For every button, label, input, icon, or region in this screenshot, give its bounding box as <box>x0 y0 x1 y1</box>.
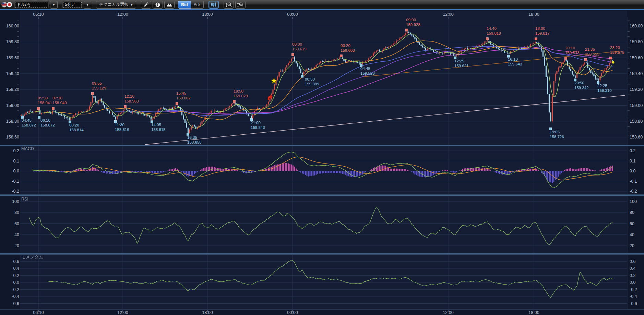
annotation-time: 22:25 <box>597 84 607 88</box>
indicator-axis-label: 80 <box>630 210 634 215</box>
chevron-down-icon: ▼ <box>130 3 133 7</box>
annotation-time: 15:45 <box>176 91 186 95</box>
ask-label: Ask <box>194 2 201 7</box>
bid-button[interactable]: Bid <box>178 1 191 9</box>
candle-style-icon <box>211 2 217 8</box>
annotation-price: 158.872 <box>40 123 55 127</box>
panel-splitter[interactable] <box>0 145 644 146</box>
indicator-axis-label: 20 <box>630 243 634 248</box>
annotation-time: 00:00 <box>292 42 302 46</box>
annotation-price: 158.843 <box>251 125 265 130</box>
time-axis-label-top: 12:00 <box>117 12 128 17</box>
annotation-price: 159.603 <box>341 48 355 52</box>
chart-area: 04:45158.87205:50158.94106:10158.87207:1… <box>0 0 644 315</box>
annotation-price: 159.619 <box>292 47 307 51</box>
currency-pair-dropdown-button[interactable]: ▼ <box>50 1 58 9</box>
momentum-panel-label: モメンタム <box>21 255 43 259</box>
annotation-time: 05:50 <box>38 96 48 100</box>
annotation-price: 158.815 <box>151 128 166 132</box>
annotation-marker <box>92 92 94 95</box>
indicator-axis-label: 60 <box>630 221 634 226</box>
technical-select-button[interactable]: テクニカル選択 ▼ <box>96 1 136 9</box>
draw-tool-button[interactable] <box>141 1 151 9</box>
indicator-axis-label: 0.4 <box>13 266 19 271</box>
price-axis-label-left: 159.20 <box>6 87 19 92</box>
annotation-marker <box>301 75 303 77</box>
annotation-price: 159.029 <box>234 94 248 98</box>
zoom-out-button[interactable] <box>224 1 234 9</box>
info-button[interactable] <box>153 1 163 9</box>
last-price-dot <box>612 61 615 64</box>
macd-panel-label: MACD <box>21 146 34 151</box>
chevron-down-icon: ▼ <box>86 3 89 7</box>
chart-canvas[interactable]: 04:45158.87205:50158.94106:10158.87207:1… <box>0 0 644 315</box>
price-axis-label-right: 159.20 <box>630 87 643 92</box>
price-axis-label-left: 159.60 <box>6 56 19 60</box>
pencil-icon <box>143 2 149 8</box>
annotation-marker <box>176 102 178 105</box>
indicator-axis-label: 100 <box>630 199 637 204</box>
panel-splitter[interactable] <box>0 253 644 255</box>
annotation-time: 04:45 <box>360 66 370 71</box>
indicator-axis-label: 0.2 <box>13 273 19 278</box>
toolbar: ドル/円 ▼ 5分足 ▼ テクニカル選択 ▼ Bid <box>0 0 644 10</box>
zoom-in-button[interactable] <box>235 1 246 9</box>
time-axis-label-top: 12:00 <box>443 12 453 17</box>
price-axis-label-right: 158.80 <box>630 119 643 124</box>
annotation-price: 159.928 <box>406 23 420 27</box>
background-layer <box>0 11 644 315</box>
annotation-price: 159.526 <box>360 71 375 75</box>
indicator-axis-label: 60 <box>14 221 19 226</box>
japan-flag-icon <box>7 2 12 8</box>
price-axis-label-left: 159.40 <box>6 71 19 76</box>
annotation-time: 21:35 <box>585 47 595 51</box>
info-icon <box>155 2 160 8</box>
annotation-time: 09:55 <box>92 81 102 85</box>
indicator-axis-label: 20 <box>14 243 19 248</box>
annotation-price: 158.658 <box>187 140 202 144</box>
annotation-marker <box>565 57 567 59</box>
annotation-marker <box>535 38 537 40</box>
annotation-time: 16:10 <box>508 57 518 61</box>
annotation-time: 03:20 <box>341 44 350 48</box>
annotation-price: 158.941 <box>38 101 52 105</box>
annotation-price: 159.002 <box>176 96 191 100</box>
indicator-axis-label: -0.6 <box>630 301 637 306</box>
indicator-axis-label: -0.2 <box>12 189 19 194</box>
annotation-price: 158.726 <box>550 135 564 139</box>
annotation-price: 159.555 <box>585 52 599 56</box>
annotation-price: 158.963 <box>124 99 139 103</box>
annotation-price: 158.940 <box>52 101 67 105</box>
annotation-time: 20:10 <box>565 46 575 50</box>
time-axis-label-top: 00:00 <box>287 12 298 17</box>
annotation-time: 14:40 <box>487 26 497 31</box>
annotation-time: 00:50 <box>305 77 315 81</box>
indicator-axis-label: -0.1 <box>630 179 637 184</box>
price-axis-label-right: 159.40 <box>630 71 643 76</box>
panel-splitter[interactable] <box>0 194 644 196</box>
ask-button[interactable]: Ask <box>191 1 204 9</box>
price-axis-label-left: 159.00 <box>6 103 19 108</box>
annotation-price: 159.817 <box>535 31 550 35</box>
annotation-marker <box>610 57 612 59</box>
annotation-price: 158.872 <box>22 123 36 127</box>
price-axis-label-right: 158.60 <box>630 135 643 140</box>
bid-label: Bid <box>181 2 188 7</box>
indicator-axis-label: 0.1 <box>630 159 635 163</box>
indicator-axis-label: 0.0 <box>630 280 635 285</box>
price-axis-label-left: 158.80 <box>6 119 19 124</box>
candle-style-button[interactable] <box>208 1 219 9</box>
rsi-panel-label: RSI <box>21 197 28 202</box>
mountain-chart-icon <box>166 2 172 8</box>
annotation-time: 06:10 <box>40 118 50 122</box>
annotation-price: 159.818 <box>487 31 501 35</box>
currency-pair-select[interactable]: ドル/円 <box>14 1 49 8</box>
annotation-marker <box>292 53 294 56</box>
timeframe-dropdown-button[interactable]: ▼ <box>84 1 91 9</box>
chart-type-button[interactable] <box>164 1 175 9</box>
price-axis-label-right: 160.00 <box>630 24 643 28</box>
annotation-time: 11:30 <box>115 123 124 127</box>
indicator-axis-label: 100 <box>12 199 19 204</box>
timeframe-select[interactable]: 5分足 <box>62 1 82 8</box>
indicator-axis-label: -0.4 <box>630 294 637 299</box>
